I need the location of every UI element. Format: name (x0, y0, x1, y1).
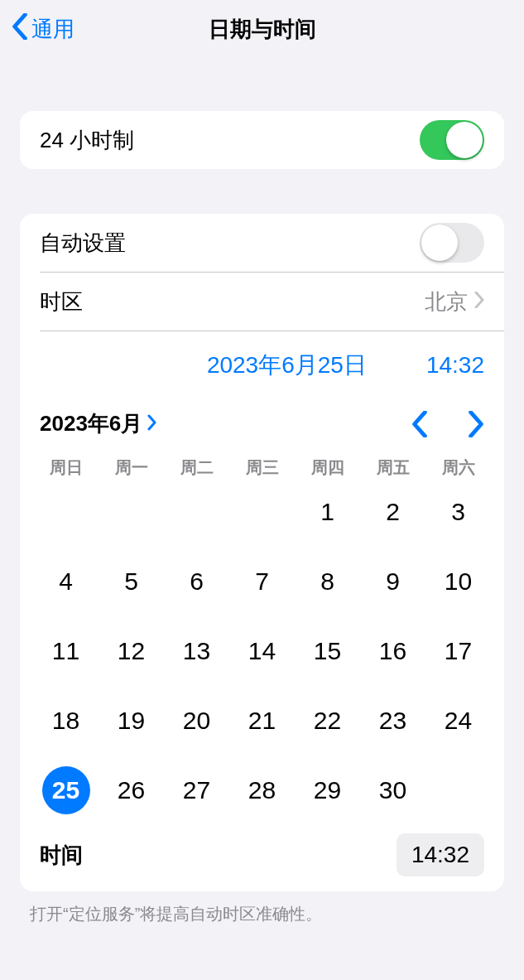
switch-auto-set[interactable] (420, 223, 484, 263)
calendar-day[interactable]: 3 (435, 488, 483, 536)
back-label: 通用 (31, 15, 75, 44)
calendar-day[interactable]: 27 (173, 766, 221, 814)
calendar-day[interactable]: 1 (304, 488, 352, 536)
calendar-day[interactable]: 10 (435, 558, 483, 606)
weekday-label: 周二 (164, 456, 229, 479)
switch-24-hour[interactable] (420, 120, 484, 160)
prev-month-button[interactable] (411, 411, 428, 437)
calendar-day[interactable]: 11 (42, 627, 90, 675)
weekday-label: 周日 (33, 456, 99, 479)
chevron-right-icon (147, 411, 157, 437)
calendar-grid: 1234567891011121314151617181920212223242… (20, 485, 504, 822)
weekday-label: 周五 (360, 456, 425, 479)
calendar-day[interactable]: 17 (435, 627, 483, 675)
weekday-label: 周一 (99, 456, 164, 479)
month-selector[interactable]: 2023年6月 (40, 409, 157, 438)
time-row: 时间 14:32 (20, 822, 504, 891)
setting-timezone-value: 北京 (425, 287, 468, 316)
date-picker-button[interactable]: 2023年6月25日 (207, 350, 367, 381)
calendar-day[interactable]: 28 (238, 766, 286, 814)
calendar-day[interactable]: 26 (108, 766, 156, 814)
footer-note: 打开“定位服务”将提高自动时区准确性。 (0, 891, 524, 925)
calendar-day[interactable]: 5 (108, 558, 156, 606)
datetime-picker-row: 2023年6月25日 14:32 (20, 331, 504, 393)
time-label: 时间 (40, 841, 397, 870)
time-picker-button[interactable]: 14:32 (426, 352, 484, 379)
back-button[interactable]: 通用 (0, 13, 75, 46)
chevron-right-icon (474, 292, 484, 311)
calendar-day[interactable]: 30 (369, 766, 417, 814)
calendar-day[interactable]: 15 (304, 627, 352, 675)
chevron-left-icon (12, 13, 28, 46)
calendar-day[interactable]: 29 (304, 766, 352, 814)
setting-24-hour-label: 24 小时制 (40, 126, 420, 155)
calendar-day[interactable]: 9 (369, 558, 417, 606)
calendar-day[interactable]: 25 (42, 766, 90, 814)
calendar-day[interactable]: 14 (238, 627, 286, 675)
next-month-button[interactable] (468, 411, 484, 437)
calendar-day[interactable]: 24 (435, 697, 483, 745)
month-label: 2023年6月 (40, 409, 142, 438)
setting-24-hour: 24 小时制 (20, 111, 504, 169)
weekday-header: 周日周一周二周三周四周五周六 (20, 451, 504, 485)
time-value-button[interactable]: 14:32 (397, 833, 484, 876)
calendar-day[interactable]: 18 (42, 697, 90, 745)
calendar-day[interactable]: 20 (173, 697, 221, 745)
calendar-day[interactable]: 23 (369, 697, 417, 745)
calendar-day[interactable]: 21 (238, 697, 286, 745)
calendar-day[interactable]: 22 (304, 697, 352, 745)
calendar-day[interactable]: 7 (238, 558, 286, 606)
group-2: 自动设置 时区 北京 2023年6月25日 14:32 2023年6月 (20, 214, 504, 891)
setting-timezone-label: 时区 (40, 287, 425, 316)
calendar-day[interactable]: 13 (173, 627, 221, 675)
setting-auto-set: 自动设置 (20, 214, 504, 272)
page-title: 日期与时间 (0, 15, 524, 44)
calendar-day[interactable]: 2 (369, 488, 417, 536)
calendar-day[interactable]: 12 (108, 627, 156, 675)
calendar-day[interactable]: 6 (173, 558, 221, 606)
calendar-day[interactable]: 8 (304, 558, 352, 606)
group-1: 24 小时制 (20, 111, 504, 169)
calendar-day[interactable]: 19 (108, 697, 156, 745)
calendar-day[interactable]: 16 (369, 627, 417, 675)
weekday-label: 周六 (425, 456, 491, 479)
setting-auto-set-label: 自动设置 (40, 229, 420, 258)
calendar-day[interactable]: 4 (42, 558, 90, 606)
setting-timezone[interactable]: 时区 北京 (20, 273, 504, 331)
weekday-label: 周四 (295, 456, 360, 479)
weekday-label: 周三 (229, 456, 295, 479)
